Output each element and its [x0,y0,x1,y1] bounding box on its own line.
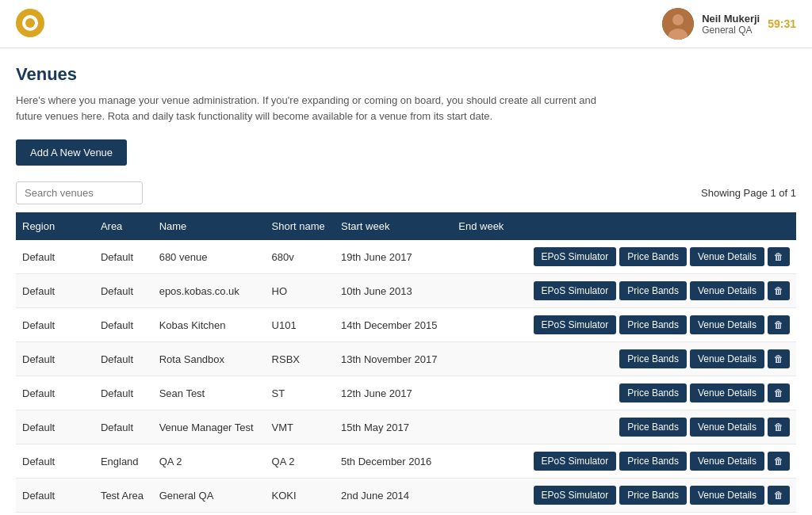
price-bands-button[interactable]: Price Bands [619,452,687,471]
cell-name: General QA [153,479,266,513]
action-buttons: Price BandsVenue Details🗑 [519,349,790,368]
price-bands-button[interactable]: Price Bands [619,383,687,402]
cell-region: Default [16,274,94,308]
cell-actions: EPoS SimulatorPrice BandsVenue Details🗑 [513,240,796,274]
cell-actions: Price BandsVenue Details🗑 [513,410,796,444]
delete-button[interactable]: 🗑 [768,315,790,334]
price-bands-button[interactable]: Price Bands [619,349,687,368]
cell-end-week [452,274,513,308]
venue-details-button[interactable]: Venue Details [690,486,764,505]
main-content: Venues Here's where you manage your venu… [0,48,812,515]
venue-details-button[interactable]: Venue Details [690,452,764,471]
cell-short-name: QA 2 [266,444,335,479]
table-body: DefaultDefault680 venue680v19th June 201… [16,240,796,515]
price-bands-button[interactable]: Price Bands [619,315,687,334]
table-row: DefaultDefaultSean TestST12th June 2017P… [16,376,796,410]
action-buttons: EPoS SimulatorPrice BandsVenue Details🗑 [519,281,790,300]
cell-area: Default [94,342,153,376]
cell-end-week [452,376,513,410]
user-info: Neil Mukerji General QA 59:31 [662,8,796,40]
cell-end-week [452,410,513,444]
cell-name: Venue Manager Test [153,410,266,444]
price-bands-button[interactable]: Price Bands [619,247,687,266]
venue-details-button[interactable]: Venue Details [690,383,764,402]
table-row: DefaultDefaultRota SandboxRSBX13th Novem… [16,342,796,376]
cell-actions: Price BandsVenue Details🗑 [513,342,796,376]
price-bands-button[interactable]: Price Bands [619,418,687,437]
cell-name: Rota Sandbox [153,342,266,376]
action-buttons: EPoS SimulatorPrice BandsVenue Details🗑 [519,247,790,266]
venues-table: Region Area Name Short name Start week E… [16,212,796,515]
cell-end-week [452,479,513,513]
cell-region: Default [16,308,94,342]
cell-actions: EPoS SimulatorPrice BandsVenue Details🗑 [513,513,796,516]
cell-start-week: 14th December 2015 [335,308,452,342]
venue-details-button[interactable]: Venue Details [690,418,764,437]
delete-button[interactable]: 🗑 [768,486,790,505]
delete-button[interactable]: 🗑 [768,281,790,300]
cell-end-week [452,240,513,274]
cell-short-name: U101 [266,308,335,342]
cell-area: Default [94,308,153,342]
cell-end-week [452,513,513,516]
cell-start-week: 27th November 2017 [335,513,452,516]
cell-end-week [452,342,513,376]
cell-area: Default [94,376,153,410]
cell-short-name: KOKI [266,479,335,513]
cell-name: Sean Test [153,376,266,410]
epos-simulator-button[interactable]: EPoS Simulator [534,486,617,505]
add-venue-button[interactable]: Add A New Venue [16,139,127,166]
cell-region: Default [16,410,94,444]
table-row: DefaultDefaultKobas KitchenU10114th Dece… [16,308,796,342]
epos-simulator-button[interactable]: EPoS Simulator [534,281,617,300]
epos-simulator-button[interactable]: EPoS Simulator [534,452,617,471]
delete-button[interactable]: 🗑 [768,247,790,266]
cell-name: Rohan Test Venue [153,513,266,516]
action-buttons: EPoS SimulatorPrice BandsVenue Details🗑 [519,486,790,505]
table-row: DefaultTest AreaGeneral QAKOKI2nd June 2… [16,479,796,513]
cell-start-week: 12th June 2017 [335,376,452,410]
user-details: Neil Mukerji General QA [702,13,760,36]
cell-short-name: ST [266,376,335,410]
table-header: Region Area Name Short name Start week E… [16,212,796,240]
cell-start-week: 10th June 2013 [335,274,452,308]
venue-details-button[interactable]: Venue Details [690,281,764,300]
venue-details-button[interactable]: Venue Details [690,315,764,334]
cell-end-week [452,444,513,479]
toolbar: Showing Page 1 of 1 [16,181,796,204]
delete-button[interactable]: 🗑 [768,452,790,471]
cell-short-name: RSBX [266,342,335,376]
price-bands-button[interactable]: Price Bands [619,486,687,505]
cell-actions: EPoS SimulatorPrice BandsVenue Details🗑 [513,479,796,513]
cell-actions: EPoS SimulatorPrice BandsVenue Details🗑 [513,274,796,308]
page-title: Venues [16,64,796,85]
epos-simulator-button[interactable]: EPoS Simulator [534,247,617,266]
delete-button[interactable]: 🗑 [768,383,790,402]
cell-region: Default [16,479,94,513]
session-timer[interactable]: 59:31 [768,17,796,30]
delete-button[interactable]: 🗑 [768,349,790,368]
action-buttons: Price BandsVenue Details🗑 [519,418,790,437]
cell-short-name: HO [266,274,335,308]
cell-start-week: 13th November 2017 [335,342,452,376]
col-name: Name [153,212,266,240]
cell-area: England [94,444,153,479]
cell-area: Test Area [94,513,153,516]
svg-point-4 [672,14,684,25]
delete-button[interactable]: 🗑 [768,418,790,437]
venue-details-button[interactable]: Venue Details [690,247,764,266]
cell-region: Default [16,444,94,479]
price-bands-button[interactable]: Price Bands [619,281,687,300]
cell-region: Default [16,240,94,274]
search-input[interactable] [16,181,143,204]
epos-simulator-button[interactable]: EPoS Simulator [534,315,617,334]
venue-details-button[interactable]: Venue Details [690,349,764,368]
cell-actions: Price BandsVenue Details🗑 [513,376,796,410]
user-name: Neil Mukerji [702,13,760,25]
cell-end-week [452,308,513,342]
cell-region: Default [16,342,94,376]
cell-start-week: 19th June 2017 [335,240,452,274]
cell-region: Default [16,376,94,410]
cell-region: Default [16,513,94,516]
cell-start-week: 15th May 2017 [335,410,452,444]
